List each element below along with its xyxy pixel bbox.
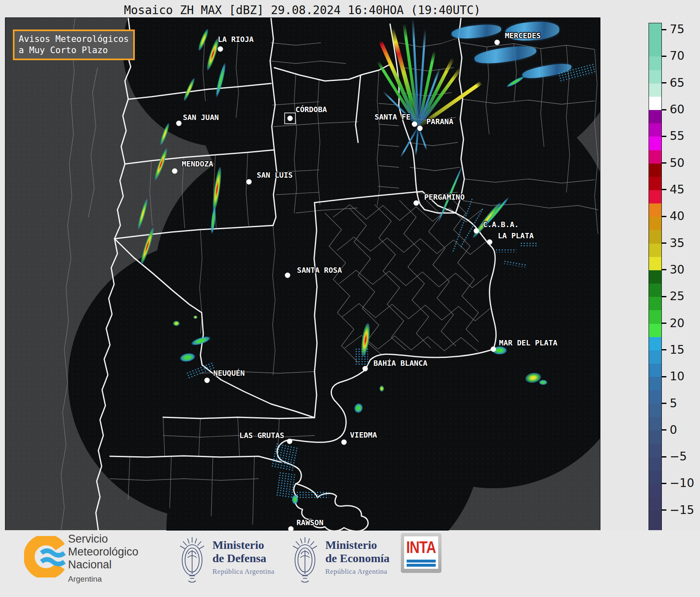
radar-echo: [379, 385, 385, 392]
colorbar-tick-label: 70: [670, 49, 685, 63]
inta-logo: INTA: [401, 533, 441, 573]
colorbar-tick-label: 75: [670, 22, 685, 37]
ministerio-defensa-wordmark: Ministerio de Defensa República Argentin…: [212, 538, 274, 576]
colorbar-segment: [649, 177, 661, 191]
colorbar-segment: [649, 203, 661, 217]
colorbar-segment: [649, 350, 661, 364]
colorbar-segment: [649, 257, 661, 271]
city-label: VIEDMA: [350, 431, 377, 439]
radar-echo: [520, 242, 537, 246]
colorbar-tick: [661, 323, 666, 324]
colorbar-segment: [649, 431, 661, 444]
map-borders: [5, 18, 600, 531]
colorbar-tick-label: 35: [670, 236, 685, 250]
colorbar-tick-label: 25: [670, 289, 685, 303]
colorbar-segment: [649, 444, 661, 458]
colorbar-tick-label: 45: [670, 183, 685, 197]
colorbar-segment: [649, 123, 661, 137]
colorbar-segment: [649, 390, 661, 404]
colorbar-tick-label: 5: [670, 396, 677, 411]
colorbar-tick: [661, 403, 666, 404]
smn-line4: Argentina: [68, 573, 139, 585]
dbz-colorbar: [649, 23, 662, 531]
city-dot: [246, 179, 252, 185]
colorbar-segment: [649, 511, 661, 531]
colorbar-tick-label: 65: [670, 76, 685, 90]
colorbar-tick-label: 60: [670, 103, 685, 117]
colorbar-segment: [649, 137, 661, 150]
colorbar-tick-label: 10: [670, 369, 685, 384]
city-dot: [491, 347, 496, 352]
colorbar-tick-label: −15: [670, 503, 694, 517]
colorbar-segment: [649, 497, 661, 511]
colorbar-segment: [649, 164, 661, 177]
colorbar-tick: [661, 456, 666, 458]
colorbar-segment: [649, 270, 661, 284]
city-label: MENDOZA: [182, 159, 213, 168]
colorbar-tick: [661, 136, 666, 137]
radar-echo: [172, 320, 180, 327]
colorbar-tick-label: 30: [670, 263, 685, 277]
city-dot: [487, 240, 493, 245]
city-dot: [288, 526, 294, 531]
economia-line3: República Argentina: [325, 568, 390, 576]
colorbar-segment: [649, 70, 661, 84]
colorbar-segment: [649, 457, 661, 471]
colorbar-tick: [661, 269, 666, 270]
colorbar-tick: [661, 216, 666, 217]
city-dot: [176, 121, 182, 126]
defensa-line3: República Argentina: [212, 568, 274, 576]
colorbar-tick: [661, 56, 666, 57]
page-title: Mosaico ZH MAX [dBZ] 29.08.2024 16:40HOA…: [5, 3, 600, 17]
city-label: SANTA ROSA: [297, 266, 342, 274]
colorbar-tick-label: −10: [670, 476, 694, 490]
colorbar-segment: [649, 484, 661, 497]
colorbar-tick-label: 55: [670, 129, 685, 143]
city-label: MERCEDES: [505, 31, 541, 40]
colorbar-segment: [649, 297, 661, 311]
footer: Servicio Meteorológico Nacional Argentin…: [0, 530, 700, 597]
colorbar-segment: [649, 150, 661, 164]
city-label: MAR DEL PLATA: [499, 338, 558, 347]
colorbar-segment: [649, 337, 661, 351]
radar-echo: [355, 348, 368, 365]
city-dot: [363, 366, 368, 372]
colorbar-tick-label: 50: [670, 156, 685, 170]
colorbar-segment: [649, 244, 661, 257]
smn-line2: Meteorológico: [68, 546, 139, 558]
colorbar-segment: [649, 324, 661, 338]
smn-line3: Nacional: [68, 558, 139, 571]
colorbar-segment: [649, 23, 661, 57]
city-dot: [495, 40, 500, 45]
city-dot: [172, 169, 178, 174]
colorbar-segment: [649, 97, 661, 110]
colorbar-tick: [661, 109, 666, 110]
colorbar-tick: [661, 376, 666, 377]
inta-logo-inner: INTA: [404, 536, 438, 569]
colorbar-tick: [661, 296, 666, 297]
ministerio-economia-wordmark: Ministerio de Economía República Argenti…: [325, 538, 390, 576]
colorbar-segment: [649, 417, 661, 431]
colorbar-tick-label: 40: [670, 209, 685, 223]
colorbar-tick: [661, 509, 666, 511]
coat-of-arms-icon: [290, 533, 320, 587]
colorbar-tick: [661, 242, 666, 244]
colorbar-tick-label: 15: [670, 343, 685, 357]
inta-stripe: [407, 564, 436, 567]
city-label: CÓRDOBA: [295, 105, 327, 114]
smn-line1: Servicio: [68, 533, 139, 546]
city-dot: [341, 440, 347, 445]
colorbar-tick: [661, 189, 666, 190]
defensa-line1: Ministerio: [212, 538, 274, 552]
radar-echo: [495, 249, 517, 252]
economia-line1: Ministerio: [325, 538, 390, 552]
inta-stripe: [407, 560, 436, 563]
city-dot: [205, 378, 210, 383]
city-label: NEUQUÉN: [213, 369, 245, 377]
coat-of-arms-icon: [178, 533, 207, 587]
colorbar-segment: [649, 83, 661, 97]
colorbar-tick: [661, 162, 666, 164]
colorbar-tick: [661, 349, 666, 350]
colorbar-tick: [661, 29, 666, 30]
radar-echo: [296, 491, 329, 499]
